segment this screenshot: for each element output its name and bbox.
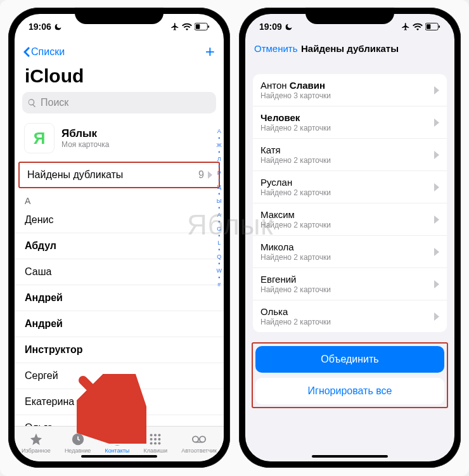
contact-row[interactable]: Екатерина: [15, 389, 224, 415]
battery-icon: [425, 23, 440, 30]
contact-row[interactable]: Инструктор: [15, 337, 224, 363]
chevron-right-icon: [434, 215, 439, 224]
index-letter[interactable]: W: [217, 267, 222, 274]
index-rail[interactable]: А•Ж•Л•Р•Ц•Ы•A•G•L•Q•W•#: [217, 128, 222, 288]
chevron-left-icon: [23, 47, 30, 57]
duplicate-item[interactable]: КатяНайдено 2 карточки: [253, 139, 447, 171]
chevron-right-icon: [434, 312, 439, 321]
svg-point-12: [150, 442, 153, 444]
index-letter[interactable]: •: [218, 261, 220, 267]
my-card[interactable]: Я Яблык Моя карточка: [15, 120, 224, 159]
home-indicator[interactable]: [312, 455, 388, 458]
back-button[interactable]: Списки: [23, 46, 65, 58]
notch: [305, 8, 394, 24]
moon-icon: [285, 23, 293, 31]
duplicate-item[interactable]: ЕвгенийНайдено 2 карточки: [253, 268, 447, 300]
index-letter[interactable]: •: [218, 233, 220, 239]
chevron-right-icon: [434, 86, 439, 94]
duplicate-item[interactable]: МаксимНайдено 2 карточки: [253, 203, 447, 236]
duplicates-label: Найдены дубликаты: [27, 169, 123, 181]
duplicate-item[interactable]: РусланНайдено 2 карточки: [253, 171, 447, 203]
index-letter[interactable]: •: [218, 274, 220, 281]
airplane-icon: [170, 22, 179, 31]
page-title: iCloud: [15, 63, 224, 92]
duplicate-item[interactable]: ОлькаНайдено 2 карточки: [253, 300, 447, 332]
index-letter[interactable]: G: [217, 226, 221, 232]
contact-row[interactable]: Андрей: [15, 311, 224, 337]
svg-point-14: [158, 442, 161, 444]
phone-right: 19:09 Отменить Найдены дубликаты Антон С…: [239, 8, 461, 468]
svg-point-7: [154, 434, 157, 436]
wifi-icon: [413, 23, 423, 30]
svg-point-10: [154, 437, 157, 440]
merge-button[interactable]: Объединить: [255, 346, 444, 373]
cancel-button[interactable]: Отменить: [254, 43, 298, 54]
contact-row[interactable]: Денис: [15, 207, 224, 233]
index-letter[interactable]: •: [218, 163, 220, 169]
duplicate-item[interactable]: ЧеловекНайдено 2 карточки: [253, 106, 447, 139]
tab-keypad[interactable]: Клавиши: [143, 432, 167, 454]
duplicates-list: Антон СлавинНайдено 3 карточкиЧеловекНай…: [253, 74, 447, 332]
tab-voicemail[interactable]: Автоответчик: [181, 432, 217, 454]
tab-recent[interactable]: Недавние: [65, 432, 91, 454]
status-time: 19:06: [29, 22, 51, 32]
person-icon: [110, 432, 124, 446]
add-button[interactable]: +: [205, 42, 215, 61]
contact-row[interactable]: Саша: [15, 259, 224, 285]
chevron-right-icon: [434, 119, 439, 127]
index-letter[interactable]: •: [218, 135, 220, 141]
section-header: А: [15, 192, 224, 207]
index-letter[interactable]: Л: [217, 156, 221, 162]
index-letter[interactable]: •: [218, 205, 220, 211]
index-letter[interactable]: Р: [217, 170, 221, 176]
index-letter[interactable]: •: [218, 247, 220, 253]
contact-row[interactable]: Ольга: [15, 415, 224, 426]
wifi-icon: [182, 23, 192, 30]
contact-row[interactable]: Абдул: [15, 233, 224, 259]
chevron-right-icon: [434, 280, 439, 288]
chevron-right-icon: [434, 183, 439, 191]
avatar: Я: [25, 124, 54, 153]
svg-rect-19: [427, 24, 430, 29]
index-letter[interactable]: •: [218, 191, 220, 197]
keypad-icon: [148, 432, 162, 446]
moon-icon: [54, 23, 62, 31]
status-icons: [170, 22, 210, 31]
svg-point-9: [150, 437, 153, 440]
svg-point-16: [200, 436, 205, 442]
index-letter[interactable]: А: [217, 128, 221, 134]
index-letter[interactable]: •: [218, 177, 220, 183]
index-letter[interactable]: Q: [217, 254, 221, 260]
svg-point-5: [115, 435, 119, 439]
battery-icon: [195, 23, 210, 30]
duplicate-item[interactable]: МиколаНайдено 2 карточки: [253, 236, 447, 268]
contact-row[interactable]: Сергей: [15, 363, 224, 389]
index-letter[interactable]: A: [217, 212, 221, 218]
svg-rect-20: [439, 25, 440, 28]
search-placeholder: Поиск: [41, 97, 68, 108]
ignore-all-button[interactable]: Игнорировать все: [255, 378, 444, 404]
index-letter[interactable]: Ц: [217, 184, 221, 190]
contact-row[interactable]: Андрей: [15, 285, 224, 311]
tab-favorites[interactable]: Избранное: [22, 432, 51, 454]
index-letter[interactable]: •: [218, 149, 220, 155]
status-time: 19:09: [259, 22, 282, 32]
home-indicator[interactable]: [81, 455, 157, 458]
duplicate-item[interactable]: Антон СлавинНайдено 3 карточки: [253, 74, 447, 106]
index-letter[interactable]: Ы: [217, 198, 222, 204]
svg-point-13: [154, 442, 157, 444]
svg-point-15: [193, 436, 198, 442]
tab-contacts[interactable]: Контакты: [105, 432, 129, 454]
chevron-right-icon: [434, 151, 439, 159]
duplicates-row[interactable]: Найдены дубликаты 9: [18, 162, 220, 188]
index-letter[interactable]: #: [217, 281, 221, 288]
svg-rect-1: [196, 24, 200, 29]
index-letter[interactable]: Ж: [217, 142, 222, 148]
clock-icon: [71, 432, 85, 446]
notch: [75, 8, 164, 24]
star-icon: [29, 432, 43, 446]
back-label: Списки: [31, 46, 65, 58]
index-letter[interactable]: •: [218, 219, 220, 225]
index-letter[interactable]: L: [217, 240, 221, 246]
search-input[interactable]: Поиск: [22, 92, 216, 113]
